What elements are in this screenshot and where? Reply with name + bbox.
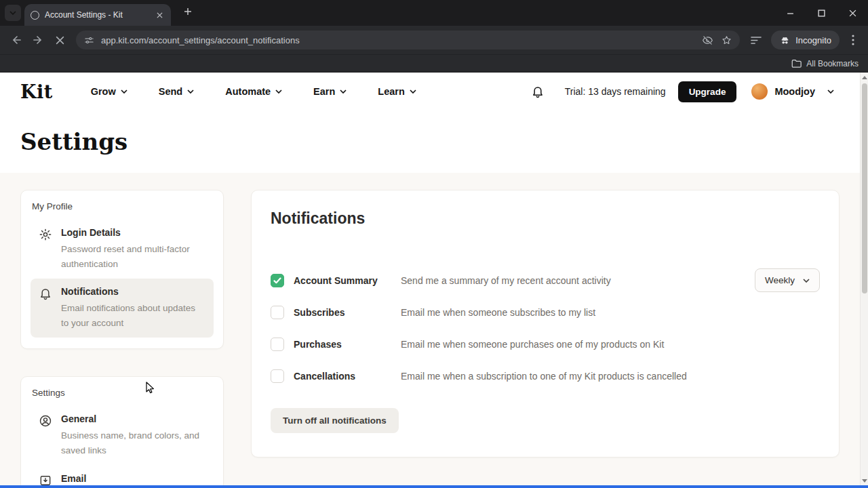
- scroll-up-arrow[interactable]: [861, 73, 868, 82]
- mouse-cursor: [144, 382, 156, 394]
- page-scrollbar[interactable]: [860, 73, 868, 485]
- page-header: Settings: [0, 110, 868, 173]
- notification-row-account-summary: Account Summary Send me a summary of my …: [271, 264, 820, 296]
- cancellations-checkbox[interactable]: [271, 369, 284, 383]
- trial-countdown: Trial: 13 days remaining: [565, 86, 666, 97]
- bell-icon: [39, 287, 52, 300]
- scroll-down-arrow[interactable]: [861, 476, 868, 485]
- incognito-label: Incognito: [795, 35, 831, 45]
- sidebar-item-login-details[interactable]: Login Details Password reset and multi-f…: [31, 220, 214, 279]
- nav-item-automate[interactable]: Automate: [225, 86, 282, 97]
- notification-row-cancellations: Cancellations Email me when a subscripti…: [271, 360, 820, 392]
- chevron-down-icon: [275, 89, 282, 94]
- bookmark-star-icon[interactable]: [717, 30, 736, 49]
- notification-row-subscribes: Subscribes Email me when someone subscri…: [271, 296, 820, 328]
- email-icon: [39, 474, 52, 485]
- turn-off-all-notifications-button[interactable]: Turn off all notifications: [271, 408, 399, 433]
- close-button[interactable]: [837, 0, 868, 26]
- kit-menu: Grow Send Automate Earn Learn: [91, 86, 416, 97]
- notifications-bell-icon[interactable]: [531, 85, 545, 98]
- all-bookmarks-label[interactable]: All Bookmarks: [806, 59, 859, 68]
- browser-titlebar: Account Settings - Kit: [0, 0, 868, 26]
- site-settings-icon[interactable]: [84, 35, 94, 45]
- nav-item-send[interactable]: Send: [159, 86, 194, 97]
- nav-item-learn[interactable]: Learn: [378, 86, 416, 97]
- side-panel-icon[interactable]: [745, 29, 767, 51]
- tab-close-icon[interactable]: [154, 9, 165, 20]
- account-summary-checkbox[interactable]: [271, 274, 284, 287]
- tab-favicon: [31, 11, 39, 20]
- browser-toolbar: app.kit.com/account_settings/account_not…: [0, 26, 868, 54]
- nav-item-grow[interactable]: Grow: [91, 86, 127, 97]
- panel-title: Notifications: [271, 209, 820, 228]
- row-desc: Send me a summary of my recent account a…: [401, 275, 611, 286]
- sidebar-item-general[interactable]: General Business name, brand colors, and…: [31, 406, 214, 465]
- row-label: Purchases: [294, 339, 401, 350]
- nav-item-label: Automate: [225, 86, 271, 97]
- sidebar-item-desc: Password reset and multi-factor authenti…: [61, 242, 202, 271]
- tab-title: Account Settings - Kit: [45, 10, 149, 20]
- kit-logo[interactable]: Kit: [20, 81, 53, 102]
- chevron-down-icon: [121, 89, 127, 94]
- sidebar-item-notifications[interactable]: Notifications Email notifications about …: [31, 279, 214, 338]
- maximize-button[interactable]: [806, 0, 837, 26]
- eye-off-icon[interactable]: [698, 30, 717, 49]
- address-bar[interactable]: app.kit.com/account_settings/account_not…: [76, 30, 740, 49]
- window-controls: [774, 0, 868, 26]
- frequency-select[interactable]: Weekly: [755, 268, 820, 292]
- nav-item-label: Grow: [91, 86, 116, 97]
- row-label: Subscribes: [294, 307, 401, 318]
- chevron-down-icon: [187, 89, 194, 94]
- sidebar-item-label: Notifications: [61, 286, 202, 297]
- browser-tab[interactable]: Account Settings - Kit: [24, 4, 171, 26]
- sidebar-item-email[interactable]: Email: [31, 466, 214, 485]
- incognito-badge: Incognito: [771, 30, 840, 49]
- kit-nav: Kit Grow Send Automate Earn: [0, 73, 868, 110]
- card-title: My Profile: [32, 201, 212, 211]
- nav-item-label: Earn: [313, 86, 335, 97]
- upgrade-button[interactable]: Upgrade: [678, 81, 737, 102]
- folder-icon: [791, 59, 802, 68]
- chevron-down-icon: [340, 89, 347, 94]
- nav-item-label: Learn: [378, 86, 405, 97]
- check-icon: [273, 277, 281, 284]
- row-label: Account Summary: [294, 275, 401, 286]
- row-desc: Email me when someone purchases one of m…: [401, 339, 664, 350]
- row-label: Cancellations: [294, 371, 401, 382]
- new-tab-button[interactable]: [179, 3, 197, 20]
- frequency-value: Weekly: [765, 275, 795, 285]
- forward-button[interactable]: [27, 29, 49, 51]
- purchases-checkbox[interactable]: [271, 338, 284, 351]
- bookmarks-bar: All Bookmarks: [0, 54, 868, 73]
- my-profile-card: My Profile Login Details Password reset …: [20, 190, 224, 349]
- gear-icon: [39, 228, 52, 241]
- chevron-down-icon: [9, 11, 16, 15]
- minimize-button[interactable]: [774, 0, 806, 26]
- sidebar-item-label: Login Details: [61, 227, 202, 238]
- card-title: Settings: [32, 388, 212, 398]
- sidebar-item-label: General: [61, 413, 202, 424]
- stop-loading-button[interactable]: [49, 29, 71, 51]
- nav-item-label: Send: [159, 86, 182, 97]
- back-button[interactable]: [5, 29, 27, 51]
- browser-window: Account Settings - Kit: [0, 0, 868, 488]
- chevron-down-icon: [410, 89, 416, 94]
- scrollbar-thumb[interactable]: [862, 83, 867, 293]
- tab-search-button[interactable]: [5, 5, 21, 21]
- chevron-down-icon[interactable]: [827, 89, 834, 94]
- settings-content: My Profile Login Details Password reset …: [0, 173, 868, 485]
- browser-menu-icon[interactable]: [844, 29, 863, 51]
- account-menu[interactable]: Moodjoy: [774, 86, 815, 97]
- incognito-spy-icon: [779, 35, 791, 46]
- avatar[interactable]: [751, 83, 768, 100]
- notifications-panel: Notifications Account Summary Send me a …: [251, 190, 840, 458]
- chevron-down-icon: [803, 279, 810, 283]
- row-desc: Email me when a subscription to one of m…: [401, 371, 687, 382]
- row-desc: Email me when someone subscribes to my l…: [401, 307, 595, 318]
- sidebar-item-label: Email: [61, 473, 202, 484]
- subscribes-checkbox[interactable]: [271, 306, 284, 319]
- url-text[interactable]: app.kit.com/account_settings/account_not…: [101, 35, 698, 45]
- person-circle-icon: [39, 414, 52, 428]
- nav-item-earn[interactable]: Earn: [313, 86, 347, 97]
- settings-sidebar: My Profile Login Details Password reset …: [20, 190, 224, 485]
